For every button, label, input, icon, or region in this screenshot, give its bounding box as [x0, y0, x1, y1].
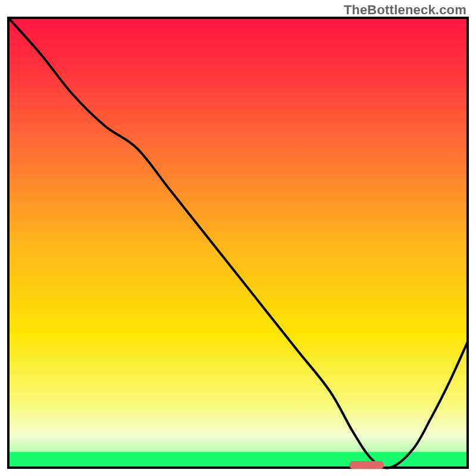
green-band — [8, 452, 468, 468]
bottleneck-chart — [0, 0, 476, 476]
plot-background — [8, 18, 468, 468]
optimal-marker — [349, 461, 384, 469]
